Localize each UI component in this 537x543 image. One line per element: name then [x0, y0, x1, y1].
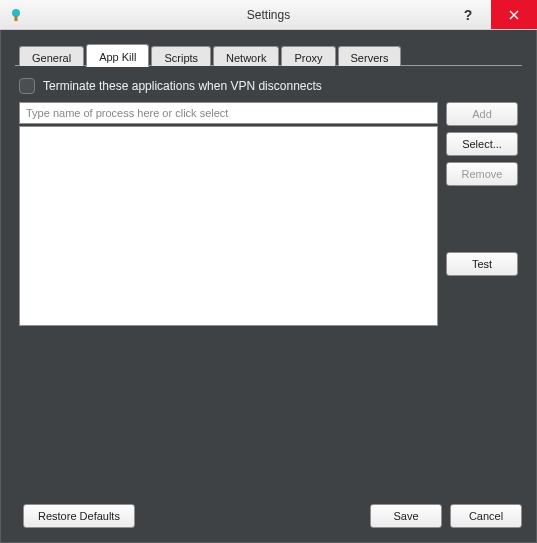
- title-bar: Settings ?: [0, 0, 537, 30]
- process-list[interactable]: [19, 126, 438, 326]
- save-button[interactable]: Save: [370, 504, 442, 528]
- restore-defaults-button[interactable]: Restore Defaults: [23, 504, 135, 528]
- close-button[interactable]: [491, 0, 537, 29]
- terminate-row: Terminate these applications when VPN di…: [19, 78, 518, 94]
- tab-network[interactable]: Network: [213, 46, 279, 66]
- app-icon: [8, 7, 24, 23]
- tab-bar: General App Kill Scripts Network Proxy S…: [15, 44, 522, 66]
- client-area: General App Kill Scripts Network Proxy S…: [0, 30, 537, 543]
- terminate-checkbox[interactable]: [19, 78, 35, 94]
- terminate-label: Terminate these applications when VPN di…: [43, 79, 322, 93]
- tab-servers[interactable]: Servers: [338, 46, 402, 66]
- tab-appkill[interactable]: App Kill: [86, 44, 149, 67]
- remove-button[interactable]: Remove: [446, 162, 518, 186]
- tab-general[interactable]: General: [19, 46, 84, 66]
- select-button[interactable]: Select...: [446, 132, 518, 156]
- tab-proxy[interactable]: Proxy: [281, 46, 335, 66]
- appkill-panel: Terminate these applications when VPN di…: [15, 66, 522, 326]
- close-icon: [509, 10, 519, 20]
- svg-point-0: [12, 9, 20, 17]
- process-name-input[interactable]: [19, 102, 438, 124]
- window-controls: ?: [445, 0, 537, 29]
- cancel-button[interactable]: Cancel: [450, 504, 522, 528]
- help-button[interactable]: ?: [445, 0, 491, 29]
- test-button[interactable]: Test: [446, 252, 518, 276]
- svg-rect-1: [15, 16, 18, 21]
- tab-scripts[interactable]: Scripts: [151, 46, 211, 66]
- add-button[interactable]: Add: [446, 102, 518, 126]
- dialog-footer: Restore Defaults Save Cancel: [15, 504, 522, 528]
